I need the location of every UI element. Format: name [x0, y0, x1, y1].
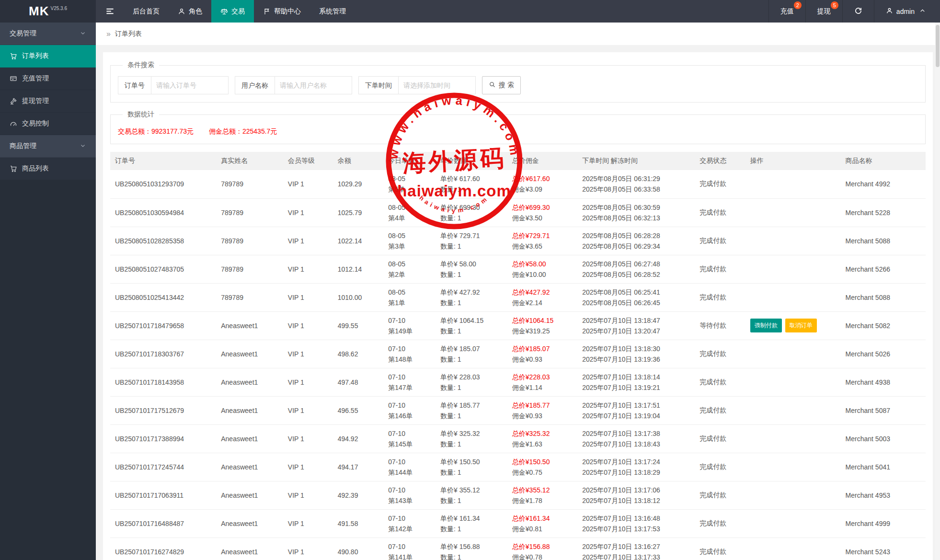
unit-price: 单价¥ 156.88: [440, 541, 503, 552]
table-row: UB2508051028285358 789789 VIP 1 1022.14 …: [110, 227, 926, 255]
force-pay-button[interactable]: 强制付款: [750, 319, 782, 332]
order-date: 07-10: [388, 513, 431, 524]
username-input[interactable]: [275, 76, 352, 94]
total-price: 总价¥58.00: [512, 259, 573, 269]
commission: 佣金¥0.78: [512, 552, 573, 560]
breadcrumb-arrow-icon: »: [106, 30, 111, 38]
stats-panel-legend: 数据统计: [123, 110, 159, 119]
order-time: 2025年07月10日 13:17:51: [582, 400, 690, 411]
trade-status: 完成付款: [699, 180, 726, 187]
sidebar-item-trade-control[interactable]: 交易控制: [0, 113, 96, 135]
unit-price: 单价¥ 729.71: [440, 230, 503, 241]
sidebar-group-label: 商品管理: [10, 142, 36, 150]
table-row: UB2507101717063911 Aneasweet1 VIP 1 492.…: [110, 481, 926, 509]
column-header: 下单时间 解冻时间: [577, 152, 695, 170]
order-seq: 第144单: [388, 467, 431, 478]
withdraw-button[interactable]: 提现 5: [805, 0, 842, 23]
search-icon: [489, 81, 496, 90]
table-header-row: 订单号真实姓名会员等级余额今日单数单价数量总价佣金下单时间 解冻时间交易状态操作…: [110, 152, 926, 170]
scrollbar-thumb[interactable]: [936, 25, 940, 67]
vip-level: VIP 1: [288, 407, 304, 414]
table-row: UB2507101717245744 Aneasweet1 VIP 1 494.…: [110, 453, 926, 481]
trade-status: 完成付款: [699, 519, 726, 527]
unfreeze-time: 2025年07月10日 13:18:12: [582, 495, 690, 506]
gavel-icon: [10, 97, 17, 105]
order-date: 07-10: [388, 315, 431, 326]
stats-panel: 数据统计 交易总额：9923177.73元 佣金总额：225435.7元: [110, 110, 926, 144]
sidebar-item-recharge-manage[interactable]: 充值管理: [0, 68, 96, 90]
vertical-scrollbar[interactable]: [935, 23, 940, 560]
total-price: 总价¥156.88: [512, 541, 573, 552]
column-header: 真实姓名: [216, 152, 283, 170]
commission: 佣金¥0.93: [512, 411, 573, 421]
balance: 492.39: [338, 491, 358, 499]
unfreeze-time: 2025年07月10日 13:19:21: [582, 382, 690, 393]
sidebar-group-trade-manage[interactable]: 交易管理: [0, 23, 96, 45]
merchant-name: Merchant 4953: [846, 491, 890, 499]
sidebar-item-withdraw-manage[interactable]: 提现管理: [0, 90, 96, 113]
merchant-name: Merchant 4992: [846, 180, 890, 188]
order-date: 07-10: [388, 541, 431, 552]
merchant-name: Merchant 5243: [846, 548, 890, 556]
unit-price: 单价¥ 161.34: [440, 513, 503, 524]
actions-cell: [745, 509, 834, 537]
nav-item-trade[interactable]: 交易: [211, 0, 254, 23]
recharge-button[interactable]: 充值 2: [768, 0, 805, 23]
order-number: UB2508051028285358: [115, 237, 184, 245]
top-header: MK V25.3.6 后台首页角色交易帮助中心系统管理 充值 2 提现 5 ad…: [0, 0, 940, 23]
sidebar-group-goods-manage[interactable]: 商品管理: [0, 135, 96, 158]
column-header: 商品名称: [834, 152, 926, 170]
unit-price: 单价¥ 699.30: [440, 202, 503, 213]
table-row: UB2507101717512679 Aneasweet1 VIP 1 496.…: [110, 396, 926, 424]
search-button[interactable]: 搜 索: [482, 76, 521, 94]
sidebar-item-goods-list[interactable]: 商品列表: [0, 158, 96, 180]
order-date: 08-05: [388, 230, 431, 241]
actions-cell: [745, 368, 834, 396]
total-trade-amount: 交易总额：9923177.73元: [118, 127, 194, 136]
balance: 1022.14: [338, 237, 362, 245]
vip-level: VIP 1: [288, 322, 304, 330]
order-no-input[interactable]: [151, 76, 229, 94]
vip-level: VIP 1: [288, 463, 304, 471]
merchant-name: Merchant 4999: [846, 520, 890, 527]
menu-toggle-icon[interactable]: [96, 0, 124, 23]
nav-item-home[interactable]: 后台首页: [124, 0, 169, 23]
table-row: UB2508051030594984 789789 VIP 1 1025.79 …: [110, 198, 926, 227]
commission: 佣金¥1.78: [512, 495, 573, 506]
chevron-down-icon: [80, 142, 86, 149]
balance: 496.55: [338, 407, 358, 414]
refresh-button[interactable]: [842, 0, 874, 23]
nav-item-help[interactable]: 帮助中心: [254, 0, 310, 23]
real-name: Aneasweet1: [221, 378, 258, 386]
order-time-input[interactable]: [398, 76, 476, 94]
nav-item-system[interactable]: 系统管理: [310, 0, 355, 23]
actions-cell: [745, 255, 834, 283]
actions-cell: [745, 340, 834, 368]
commission: 佣金¥3.50: [512, 213, 573, 223]
cancel-order-button[interactable]: 取消订单: [785, 319, 817, 332]
app-name: MK: [29, 4, 49, 19]
user-menu[interactable]: admin: [874, 0, 940, 23]
quantity: 数量: 1: [440, 524, 503, 534]
nav-item-label: 帮助中心: [274, 7, 301, 16]
column-header: 会员等级: [283, 152, 333, 170]
total-price: 总价¥427.92: [512, 287, 573, 297]
order-number: UB2508051025413442: [115, 294, 184, 301]
sidebar-item-order-list[interactable]: 订单列表: [0, 45, 96, 68]
trade-status: 完成付款: [699, 237, 726, 244]
sidebar-item-label: 交易控制: [22, 119, 49, 128]
table-row: UB2508051025413442 789789 VIP 1 1010.00 …: [110, 283, 926, 311]
balance: 494.17: [338, 463, 358, 471]
order-seq: 第148单: [388, 354, 431, 365]
quantity: 数量: 1: [440, 467, 503, 478]
total-price: 总价¥1064.15: [512, 315, 573, 326]
total-price: 总价¥617.60: [512, 173, 573, 184]
refresh-icon: [854, 7, 862, 16]
commission: 佣金¥10.00: [512, 269, 573, 280]
nav-item-role[interactable]: 角色: [169, 0, 211, 23]
column-header: 操作: [745, 152, 834, 170]
order-date: 07-10: [388, 428, 431, 439]
username-label: 用户名称: [235, 76, 275, 94]
real-name: Aneasweet1: [221, 463, 258, 471]
user-icon: [886, 7, 893, 16]
